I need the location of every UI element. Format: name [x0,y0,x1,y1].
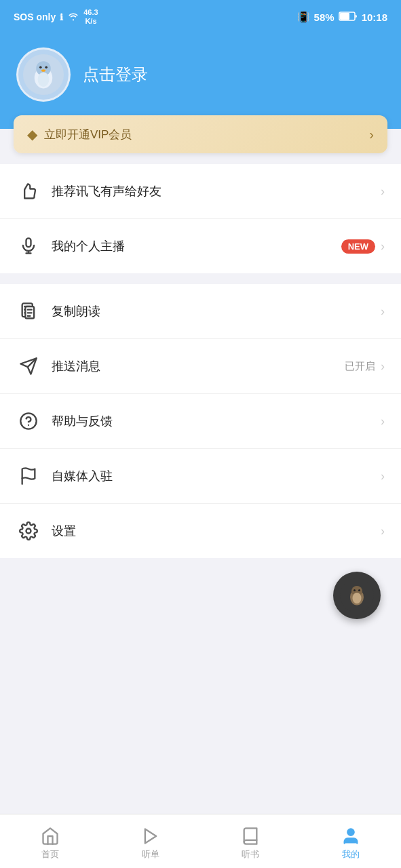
menu-item-push-message[interactable]: 推送消息 已开启 › [0,339,401,394]
header-section: 点击登录 [0,34,401,129]
svg-rect-9 [26,238,31,247]
broadcaster-right: NEW › [341,239,385,254]
settings-icon [16,519,41,543]
menu-item-settings[interactable]: 设置 › [0,504,401,558]
avatar[interactable] [16,47,71,102]
sos-icon: ℹ [60,12,63,22]
home-label: 首页 [41,848,59,861]
recommend-right: › [381,184,385,199]
svg-rect-1 [340,13,349,20]
profile-row[interactable]: 点击登录 [16,47,385,102]
audiobook-icon [241,827,260,846]
audiobook-label: 听书 [242,848,259,861]
nav-item-audiobook[interactable]: 听书 [201,823,301,861]
sos-text: SOS only [14,12,56,22]
push-message-right: 已开启 › [345,359,385,374]
playlist-icon [141,827,160,846]
media-right: › [381,469,385,484]
thumbs-up-icon [16,179,41,203]
media-label: 自媒体入驻 [52,468,381,484]
microphone-icon [16,234,41,258]
status-bar: SOS only ℹ 46.3K/s 📳 58% 10:18 [0,0,401,34]
profile-nav-label: 我的 [342,848,360,861]
battery-percent: 58% [314,12,335,23]
playlist-label: 听单 [142,848,159,861]
push-message-arrow: › [381,359,385,374]
recommend-arrow: › [381,184,385,199]
copy-read-arrow: › [381,304,385,319]
menu-section-2: 复制朗读 › 推送消息 已开启 › 帮助与反馈 › 自媒体入驻 › [0,284,401,558]
document-icon [16,299,41,323]
time-text: 10:18 [362,12,387,23]
home-icon [41,827,60,846]
profile-nav-icon [341,827,360,846]
settings-right: › [381,524,385,538]
copy-read-right: › [381,304,385,319]
media-arrow: › [381,469,385,484]
floating-button[interactable] [333,572,381,619]
floating-area [0,558,401,633]
menu-item-media[interactable]: 自媒体入驻 › [0,449,401,504]
speed-text: 46.3K/s [83,8,98,26]
flag-icon [16,464,41,488]
vip-arrow: › [369,127,374,142]
bottom-nav: 首页 听单 听书 我的 [0,814,401,868]
svg-point-6 [39,66,42,68]
svg-point-7 [45,66,47,68]
vip-text: 立即开通VIP会员 [44,127,132,142]
svg-point-25 [347,829,354,835]
nav-item-home[interactable]: 首页 [0,823,100,861]
send-icon [16,354,41,378]
menu-section-1: 推荐讯飞有声给好友 › 我的个人主播 NEW › [0,164,401,273]
svg-point-5 [38,72,50,87]
nav-item-playlist[interactable]: 听单 [100,823,201,861]
svg-point-17 [26,529,31,534]
svg-point-22 [354,589,356,591]
push-message-label: 推送消息 [52,358,345,374]
vibrate-icon: 📳 [297,11,310,23]
recommend-label: 推荐讯飞有声给好友 [52,183,381,199]
broadcaster-label: 我的个人主播 [52,238,341,254]
vip-left: ◆ 立即开通VIP会员 [27,126,132,142]
help-icon [16,409,41,433]
status-right: 📳 58% 10:18 [297,11,387,23]
menu-item-recommend[interactable]: 推荐讯飞有声给好友 › [0,164,401,219]
help-right: › [381,414,385,429]
help-label: 帮助与反馈 [52,413,381,429]
login-text[interactable]: 点击登录 [83,64,148,85]
diamond-icon: ◆ [27,126,37,142]
menu-item-broadcaster[interactable]: 我的个人主播 NEW › [0,219,401,273]
broadcaster-arrow: › [381,239,385,254]
menu-item-help[interactable]: 帮助与反馈 › [0,394,401,449]
help-arrow: › [381,414,385,429]
nav-item-profile[interactable]: 我的 [301,823,401,861]
svg-marker-24 [145,829,155,843]
status-left: SOS only ℹ 46.3K/s [14,8,98,26]
menu-item-copy-read[interactable]: 复制朗读 › [0,284,401,339]
svg-point-21 [353,593,362,604]
push-status: 已开启 [345,360,375,373]
settings-arrow: › [381,524,385,538]
copy-read-label: 复制朗读 [52,303,381,319]
new-badge: NEW [341,239,375,254]
svg-point-8 [41,69,45,72]
battery-icon [339,12,358,23]
vip-banner[interactable]: ◆ 立即开通VIP会员 › [14,115,387,153]
wifi-icon [67,12,79,23]
svg-point-23 [358,589,360,591]
settings-label: 设置 [52,523,381,539]
